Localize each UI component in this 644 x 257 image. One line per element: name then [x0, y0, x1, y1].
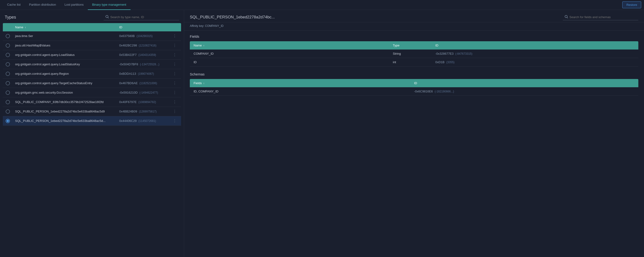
row-id-3: -0x504D7BF8 (-134725528...) — [119, 62, 171, 66]
table-row[interactable]: org.gridgain.gmc.web.security.GccSession… — [3, 88, 181, 97]
fields-table-header: Name ↑ Type ID — [190, 41, 638, 49]
row-more-icon-1[interactable]: ⋮ — [171, 43, 178, 48]
types-search-input[interactable] — [110, 15, 177, 19]
affinity-key-label: Affinity key: — [190, 24, 204, 27]
row-name-0: java.time.Ser — [15, 34, 119, 38]
row-more-icon-4[interactable]: ⋮ — [171, 71, 178, 76]
row-id-6: -0x5916210D (-1494622477) — [119, 91, 171, 94]
row-radio-8[interactable] — [6, 109, 10, 114]
schema-fields-0: ID, COMPANY_ID — [194, 90, 414, 93]
left-panel-header: Types — [0, 10, 184, 23]
types-search-box[interactable] — [104, 14, 179, 20]
fields-rows-container: COMPANY_ID String -0x328677E3 (-84767331… — [190, 49, 638, 66]
row-radio-2[interactable] — [6, 53, 10, 57]
table-row[interactable]: SQL_PUBLIC_PERSON_1ebed2278a2d74bc5e633b… — [3, 107, 181, 116]
tab-cache-list[interactable]: Cache list — [3, 0, 25, 10]
fields-search-input[interactable] — [570, 15, 636, 19]
right-panel: SQL_PUBLIC_PERSON_1ebed2278a2d74bc... Af… — [184, 10, 644, 257]
row-more-icon-2[interactable]: ⋮ — [171, 53, 178, 57]
row-name-8: SQL_PUBLIC_PERSON_1ebed2278a2d74bc5e633b… — [15, 110, 119, 113]
row-id-1: 0x482BC298 (1210827416) — [119, 44, 171, 47]
header-id-col: ID — [119, 25, 171, 29]
types-title: Types — [5, 15, 16, 20]
row-radio-5[interactable] — [6, 81, 10, 85]
search-icon — [565, 15, 568, 19]
row-more-icon-8[interactable]: ⋮ — [171, 109, 178, 114]
field-name-1: ID — [194, 60, 393, 64]
row-id-0: 0x637580B (104290315) — [119, 34, 171, 38]
svg-line-1 — [108, 17, 108, 18]
fields-section: Fields Name ↑ Type ID COMPANY_ID String … — [190, 34, 638, 66]
row-more-icon-9[interactable]: ⋮ — [171, 119, 178, 123]
fields-id-col: ID — [435, 44, 634, 47]
fields-search-box[interactable] — [563, 14, 638, 20]
row-id-7: 0x40F6797E (1089894782) — [119, 100, 171, 104]
affinity-key-value: COMPANY_ID — [205, 24, 223, 27]
row-more-icon-6[interactable]: ⋮ — [171, 90, 178, 95]
right-content: Fields Name ↑ Type ID COMPANY_ID String … — [184, 31, 644, 257]
row-radio-1[interactable] — [6, 43, 10, 48]
row-radio-9[interactable] — [6, 119, 10, 123]
types-table: Name ↑ ID java.time.Ser 0x637580B (10429… — [3, 23, 181, 257]
main-layout: Types Name ↑ ID — [0, 10, 644, 257]
field-id-0: -0x328677E3 (-847673315) — [435, 52, 634, 55]
row-name-2: org.gridgain.control.agent.query.LoadSta… — [15, 53, 119, 57]
table-row[interactable]: org.gridgain.control.agent.query.LoadSta… — [3, 60, 181, 69]
schemas-section-title: Schemas — [190, 72, 638, 76]
row-name-7: SQL_PUBLIC_COMPANY_83fb7db30cc3579b1f472… — [15, 100, 119, 104]
row-radio-4[interactable] — [6, 72, 10, 76]
table-row[interactable]: org.gridgain.control.agent.query.LoadSta… — [3, 50, 181, 60]
tab-partition-distribution[interactable]: Partition distribution — [25, 0, 60, 10]
row-name-4: org.gridgain.control.agent.query.Region — [15, 72, 119, 75]
fields-name-col: Name ↑ — [194, 44, 393, 47]
schemas-table-header: Fields ↑ ID — [190, 79, 638, 87]
top-navigation: Cache list Partition distribution Lost p… — [0, 0, 644, 10]
schemas-row: ID, COMPANY_ID -0x6C9816E6 (-182190666..… — [190, 87, 638, 96]
table-row[interactable]: org.gridgain.control.agent.query.TargetC… — [3, 78, 181, 88]
field-name-0: COMPANY_ID — [194, 52, 393, 55]
row-radio-7[interactable] — [6, 100, 10, 104]
row-id-2: 0x53B422F7 (1404314359) — [119, 53, 171, 57]
row-radio-3[interactable] — [6, 62, 10, 66]
row-more-icon-7[interactable]: ⋮ — [171, 100, 178, 104]
schemas-section: Schemas Fields ↑ ID ID, COMPANY_ID -0x6C… — [190, 72, 638, 96]
field-type-0: String — [393, 52, 435, 55]
table-row[interactable]: SQL_PUBLIC_COMPANY_83fb7db30cc3579b1f472… — [3, 97, 181, 107]
field-type-1: int — [393, 60, 435, 64]
restore-button[interactable]: Restore — [622, 1, 641, 8]
svg-line-3 — [567, 17, 568, 18]
schemas-fields-col: Fields ↑ — [194, 81, 414, 85]
row-more-icon-5[interactable]: ⋮ — [171, 81, 178, 85]
row-more-icon-3[interactable]: ⋮ — [171, 62, 178, 66]
table-row[interactable]: SQL_PUBLIC_PERSON_1ebed2278a2d74bc5e633b… — [3, 116, 181, 126]
schemas-id-col: ID — [414, 81, 634, 85]
row-id-4: 0xBDDA113 (199074067) — [119, 72, 171, 75]
row-name-6: org.gridgain.gmc.web.security.GccSession — [15, 91, 119, 94]
table-row[interactable]: java.util.HashMap$Values 0x482BC298 (121… — [3, 41, 181, 50]
row-name-5: org.gridgain.control.agent.query.TargetC… — [15, 81, 119, 85]
affinity-key-bar: Affinity key: COMPANY_ID — [184, 22, 644, 31]
row-radio-6[interactable] — [6, 91, 10, 95]
table-row[interactable]: org.gridgain.control.agent.query.Region … — [3, 69, 181, 78]
sort-arrow-icon: ↑ — [203, 82, 205, 85]
fields-section-title: Fields — [190, 34, 638, 38]
row-name-9: SQL_PUBLIC_PERSON_1ebed2278a2d74bc5e633b… — [15, 119, 119, 123]
row-radio-0[interactable] — [6, 34, 10, 38]
sort-arrow-icon: ↑ — [25, 26, 26, 29]
left-panel: Types Name ↑ ID — [0, 10, 184, 257]
schemas-rows-container: ID, COMPANY_ID -0x6C9816E6 (-182190666..… — [190, 87, 638, 96]
types-rows-container: java.time.Ser 0x637580B (104290315) ⋮ ja… — [3, 31, 181, 126]
row-id-9: 0x44406C29 (1145072681) — [119, 119, 171, 123]
sort-arrow-icon: ↑ — [203, 44, 205, 47]
field-id-1: 0xD1B (3355) — [435, 60, 634, 64]
header-name-col: Name ↑ — [15, 25, 119, 29]
row-name-3: org.gridgain.control.agent.query.LoadSta… — [15, 62, 119, 66]
fields-row: ID int 0xD1B (3355) — [190, 58, 638, 66]
row-id-8: 0x4BB24B09 (1269975817) — [119, 110, 171, 113]
search-icon — [106, 15, 109, 19]
row-more-icon-0[interactable]: ⋮ — [171, 34, 178, 38]
tab-binary-type-management[interactable]: Binary type management — [88, 0, 130, 10]
schema-id-0: -0x6C9816E6 (-182190666...) — [414, 90, 634, 93]
tab-lost-partitions[interactable]: Lost partitions — [60, 0, 88, 10]
table-row[interactable]: java.time.Ser 0x637580B (104290315) ⋮ — [3, 31, 181, 41]
